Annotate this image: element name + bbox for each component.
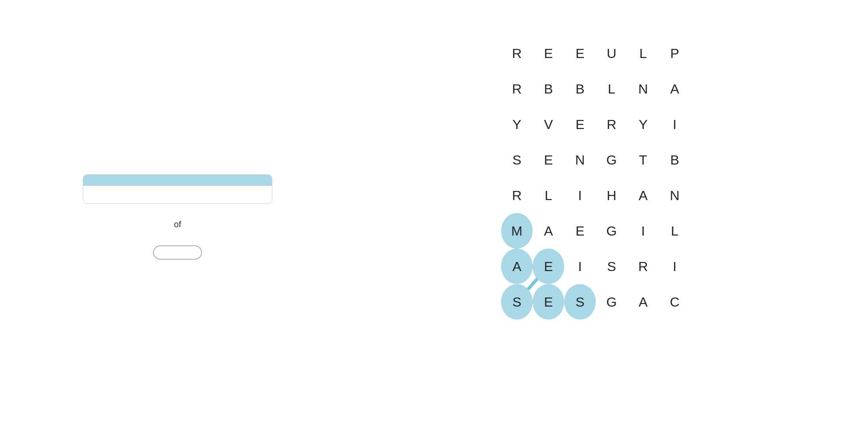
grid-cell[interactable]: A (501, 249, 533, 284)
theme-card-body (83, 186, 272, 203)
grid-cell[interactable]: A (533, 213, 564, 249)
grid-cell[interactable]: V (533, 107, 564, 142)
grid-cell[interactable]: Y (627, 107, 659, 142)
grid-cell[interactable]: L (596, 71, 627, 107)
grid-cell[interactable]: I (564, 249, 596, 284)
grid-cell[interactable]: S (564, 284, 596, 320)
grid-cell[interactable]: R (596, 107, 627, 142)
grid-cell[interactable]: A (627, 178, 659, 213)
grid-cell[interactable]: G (596, 284, 627, 320)
grid-cell[interactable]: R (501, 71, 533, 107)
grid-cell[interactable]: E (564, 107, 596, 142)
grid-cell[interactable]: I (659, 107, 690, 142)
grid-cell[interactable]: I (627, 213, 659, 249)
grid-cell[interactable]: P (659, 36, 690, 71)
word-search-grid: REEULPRBBLNAYVERYISENGTBRLIHANMAEGILAEIS… (501, 36, 722, 320)
grid-cell[interactable]: Y (501, 107, 533, 142)
hint-button[interactable] (153, 245, 202, 260)
grid-cell[interactable]: R (501, 178, 533, 213)
grid-cell[interactable]: L (533, 178, 564, 213)
grid-cell[interactable]: E (533, 284, 564, 320)
theme-card-header (83, 175, 272, 186)
grid-cell[interactable]: B (564, 71, 596, 107)
grid-cell[interactable]: R (627, 249, 659, 284)
grid-cell[interactable]: U (596, 36, 627, 71)
grid-cell[interactable]: A (659, 71, 690, 107)
grid-cell[interactable]: N (659, 178, 690, 213)
grid-cell[interactable]: G (596, 142, 627, 178)
grid-cell[interactable]: R (501, 36, 533, 71)
theme-card (83, 174, 272, 204)
grid-cell[interactable]: E (533, 36, 564, 71)
grid-cell[interactable]: I (659, 249, 690, 284)
grid-container: REEULPRBBLNAYVERYISENGTBRLIHANMAEGILAEIS… (501, 36, 722, 320)
grid-cell[interactable]: L (627, 36, 659, 71)
grid-cell[interactable]: A (627, 284, 659, 320)
left-panel: of (0, 0, 355, 434)
grid-cell[interactable]: C (659, 284, 690, 320)
grid-cell[interactable]: H (596, 178, 627, 213)
grid-cell[interactable]: T (627, 142, 659, 178)
grid-cell[interactable]: S (501, 142, 533, 178)
grid-cell[interactable]: M (501, 213, 533, 249)
grid-cell[interactable]: G (596, 213, 627, 249)
grid-cell[interactable]: L (659, 213, 690, 249)
grid-cell[interactable]: N (627, 71, 659, 107)
grid-cell[interactable]: E (533, 142, 564, 178)
grid-cell[interactable]: E (533, 249, 564, 284)
grid-cell[interactable]: E (564, 36, 596, 71)
grid-cell[interactable]: E (564, 213, 596, 249)
progress-text: of (174, 219, 181, 230)
grid-cell[interactable]: S (501, 284, 533, 320)
grid-cell[interactable]: B (659, 142, 690, 178)
grid-cell[interactable]: B (533, 71, 564, 107)
grid-cell[interactable]: I (564, 178, 596, 213)
grid-cell[interactable]: N (564, 142, 596, 178)
grid-cell[interactable]: S (596, 249, 627, 284)
right-panel: REEULPRBBLNAYVERYISENGTBRLIHANMAEGILAEIS… (355, 0, 868, 434)
